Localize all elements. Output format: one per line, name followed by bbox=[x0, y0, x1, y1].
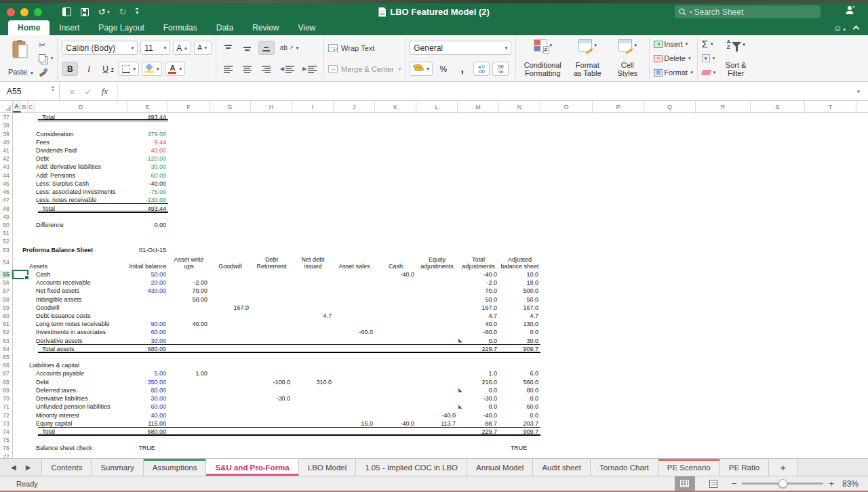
grid-cell-M72[interactable]: -40.0 bbox=[458, 411, 499, 419]
column-header-K[interactable]: K bbox=[375, 101, 416, 112]
insert-function-button[interactable]: fx bbox=[102, 86, 108, 97]
next-sheet-button[interactable]: ▶ bbox=[26, 464, 31, 471]
percent-style-button[interactable]: % bbox=[435, 62, 452, 76]
share-button[interactable] bbox=[845, 5, 856, 15]
grid-cell-N67[interactable]: 6.0 bbox=[499, 369, 540, 377]
insert-cells-button[interactable]: ◂Insert▾ bbox=[654, 38, 692, 50]
row-header-74[interactable]: 74 bbox=[0, 428, 13, 436]
row-header-67[interactable]: 67 bbox=[0, 369, 13, 377]
close-button[interactable] bbox=[7, 8, 15, 16]
grid-cell-I60[interactable]: 4.7 bbox=[292, 312, 334, 320]
grid-cell-D71[interactable]: Unfunded pension liabilities bbox=[35, 403, 111, 411]
increase-indent-button[interactable]: ▶ bbox=[300, 62, 319, 76]
grid-cell-H68[interactable]: -100.0 bbox=[251, 378, 292, 386]
grid-cell-F61[interactable]: 40.00 bbox=[168, 320, 210, 328]
bold-button[interactable]: B bbox=[62, 62, 78, 76]
orientation-button[interactable]: ab↗▾ bbox=[277, 41, 301, 55]
grid-cell-M55[interactable]: -40.0 bbox=[458, 270, 499, 279]
align-middle-button[interactable] bbox=[239, 41, 256, 55]
save-button[interactable] bbox=[81, 8, 89, 16]
grid-cell-M60[interactable]: 4.7 bbox=[458, 312, 499, 320]
grid-cell-D61[interactable]: Long term notes receivable bbox=[35, 320, 110, 328]
row-header-48[interactable]: 48 bbox=[0, 204, 13, 212]
font-name-select[interactable]: Calibri (Body)▾ bbox=[62, 41, 138, 55]
selection-box[interactable] bbox=[12, 270, 28, 279]
row-header-64[interactable]: 64 bbox=[0, 345, 13, 353]
grid-cell-G54[interactable]: Goodwill bbox=[210, 254, 251, 270]
grid-cell-N59[interactable]: 167.0 bbox=[499, 304, 540, 312]
grid-cell-D68[interactable]: Debt bbox=[35, 378, 49, 386]
grid-cell-D58[interactable]: Intangible assets bbox=[35, 295, 82, 303]
formula-bar-expand-icon[interactable]: ▼ bbox=[856, 89, 868, 95]
grid-cell-E67[interactable]: 5.00 bbox=[127, 369, 168, 377]
grid-cell-F67[interactable]: 1.00 bbox=[168, 369, 210, 377]
grid-cell-L72[interactable]: -40.0 bbox=[416, 411, 458, 419]
grid-cell-N57[interactable]: 500.0 bbox=[499, 287, 540, 295]
column-header-M[interactable]: M bbox=[458, 101, 499, 112]
grid-cell-M57[interactable]: 70.0 bbox=[458, 287, 499, 295]
minimize-button[interactable] bbox=[20, 8, 28, 16]
row-header-62[interactable]: 62 bbox=[0, 328, 13, 336]
row-header-46[interactable]: 46 bbox=[0, 188, 13, 196]
format-as-table-button[interactable]: ▾ Format as Table bbox=[568, 38, 607, 79]
row-header-47[interactable]: 47 bbox=[0, 196, 13, 204]
align-top-button[interactable] bbox=[220, 41, 237, 55]
row-header-58[interactable]: 58 bbox=[0, 295, 13, 303]
grid-cell-N61[interactable]: 130.0 bbox=[499, 320, 540, 328]
grid-cell-H70[interactable]: -30.0 bbox=[251, 394, 292, 403]
grid-cell-F57[interactable]: 70.00 bbox=[168, 287, 210, 295]
wrap-text-button[interactable]: Wrap Text bbox=[328, 42, 374, 54]
ribbon-tab-view[interactable]: View bbox=[288, 20, 325, 35]
sheet-tab-summary[interactable]: Summary bbox=[92, 459, 143, 476]
grid-cell-D67[interactable]: Accounts payable bbox=[35, 369, 84, 377]
font-color-button[interactable]: A▾ bbox=[165, 62, 185, 76]
sheet-tab-tornado-chart[interactable]: Tornado Chart bbox=[591, 459, 658, 476]
grid-cell-F56[interactable]: -2.00 bbox=[168, 279, 210, 287]
zoom-out-button[interactable]: − bbox=[732, 478, 737, 489]
grid-cell-D62[interactable]: Investments in associates bbox=[35, 328, 106, 336]
row-header-73[interactable]: 73 bbox=[0, 419, 13, 428]
grid-cell-D72[interactable]: Minority interest bbox=[35, 411, 79, 419]
prev-sheet-button[interactable]: ◀ bbox=[11, 464, 16, 471]
grid-cell-N68[interactable]: 560.0 bbox=[499, 378, 540, 386]
ribbon-tab-review[interactable]: Review bbox=[243, 20, 288, 35]
row-header-63[interactable]: 63 bbox=[0, 337, 13, 345]
shrink-font-button[interactable]: A▼ bbox=[194, 41, 212, 55]
grid-cell-M56[interactable]: -2.0 bbox=[458, 279, 499, 287]
grid-cell-C54[interactable]: Assets bbox=[28, 254, 47, 270]
format-cells-button[interactable]: ▦Format▾ bbox=[654, 66, 692, 79]
align-bottom-button[interactable] bbox=[258, 41, 275, 55]
grid-cell-N54[interactable]: Adjusted balance sheet bbox=[499, 254, 540, 270]
column-header-O[interactable]: O bbox=[540, 101, 593, 112]
align-right-button[interactable] bbox=[258, 62, 275, 76]
zoom-in-button[interactable]: + bbox=[829, 478, 834, 489]
column-header-T[interactable]: T bbox=[805, 101, 856, 112]
grid-cell-D76[interactable]: Balance sheet check bbox=[35, 444, 92, 452]
row-header-45[interactable]: 45 bbox=[0, 180, 13, 188]
grid-cell-D39[interactable]: Consideration bbox=[35, 129, 74, 138]
row-header-42[interactable]: 42 bbox=[0, 155, 13, 163]
collapse-ribbon-button[interactable] bbox=[853, 26, 860, 33]
column-header-B[interactable]: B bbox=[21, 101, 28, 112]
grid-cell-J54[interactable]: Asset sales bbox=[334, 254, 375, 270]
row-header-37[interactable]: 37 bbox=[0, 113, 13, 121]
grid-cell-E57[interactable]: 430.00 bbox=[127, 287, 168, 295]
grid-cell-I54[interactable]: Net debt issued bbox=[292, 254, 334, 270]
grid-cell-D45[interactable]: Less: Surplus Cash bbox=[35, 180, 89, 188]
grid-cell-D57[interactable]: Net fixed assets bbox=[35, 287, 79, 295]
grid-cell-E69[interactable]: 80.00 bbox=[127, 386, 168, 394]
grid-cell-E76[interactable]: TRUE bbox=[127, 444, 168, 452]
cancel-button[interactable]: × bbox=[69, 86, 75, 98]
grid-cell-E39[interactable]: 479.00 bbox=[127, 129, 168, 138]
row-header-40[interactable]: 40 bbox=[0, 138, 13, 146]
column-header-S[interactable]: S bbox=[751, 101, 805, 112]
cell-styles-button[interactable]: ▾ Cell Styles bbox=[610, 38, 645, 79]
grid-cell-M71[interactable]: 0.0 bbox=[458, 403, 499, 411]
ribbon-tab-formulas[interactable]: Formulas bbox=[154, 20, 207, 35]
zoom-slider[interactable] bbox=[742, 483, 823, 485]
column-header-R[interactable]: R bbox=[696, 101, 751, 112]
align-left-button[interactable] bbox=[220, 62, 237, 76]
formula-input[interactable] bbox=[117, 83, 856, 100]
align-center-button[interactable] bbox=[239, 62, 256, 76]
grid-cell-E53[interactable]: 01-Oct-15 bbox=[127, 246, 168, 254]
